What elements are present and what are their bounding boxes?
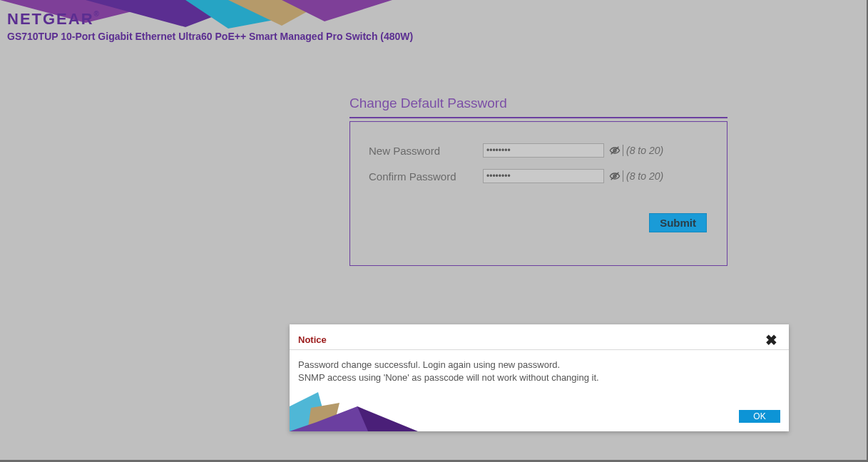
eye-off-icon[interactable]	[608, 144, 621, 157]
dialog-decoration	[290, 392, 418, 431]
notice-line-1: Password change successful. Login again …	[298, 359, 780, 371]
notice-body: Password change successful. Login again …	[290, 350, 789, 384]
svg-marker-12	[357, 406, 418, 431]
notice-dialog: Notice ✖ Password change successful. Log…	[290, 324, 789, 431]
separator	[623, 145, 623, 156]
new-password-row: New Password (8 to 20)	[369, 143, 727, 158]
confirm-password-row: Confirm Password (8 to 20)	[369, 169, 727, 183]
new-password-label: New Password	[369, 145, 483, 157]
notice-title: Notice	[298, 334, 327, 345]
ok-button[interactable]: OK	[739, 410, 780, 423]
new-password-input[interactable]	[483, 143, 604, 158]
brand-logo-text: NETGEAR®	[7, 10, 413, 29]
confirm-password-hint: (8 to 20)	[626, 170, 663, 182]
notice-line-2: SNMP access using 'None' as passcode wil…	[298, 371, 780, 384]
confirm-password-label: Confirm Password	[369, 170, 483, 183]
submit-button[interactable]: Submit	[649, 213, 707, 232]
eye-off-icon[interactable]	[608, 170, 621, 183]
product-subtitle: GS710TUP 10-Port Gigabit Ethernet Ultra6…	[7, 31, 413, 42]
separator	[623, 170, 623, 182]
brand-block: NETGEAR® GS710TUP 10-Port Gigabit Ethern…	[7, 10, 413, 42]
close-icon[interactable]: ✖	[765, 336, 777, 344]
new-password-hint: (8 to 20)	[626, 145, 663, 156]
page-title: Change Default Password	[349, 96, 727, 118]
confirm-password-input[interactable]	[483, 169, 604, 183]
change-password-panel: New Password (8 to 20) Confirm Password	[349, 121, 727, 266]
